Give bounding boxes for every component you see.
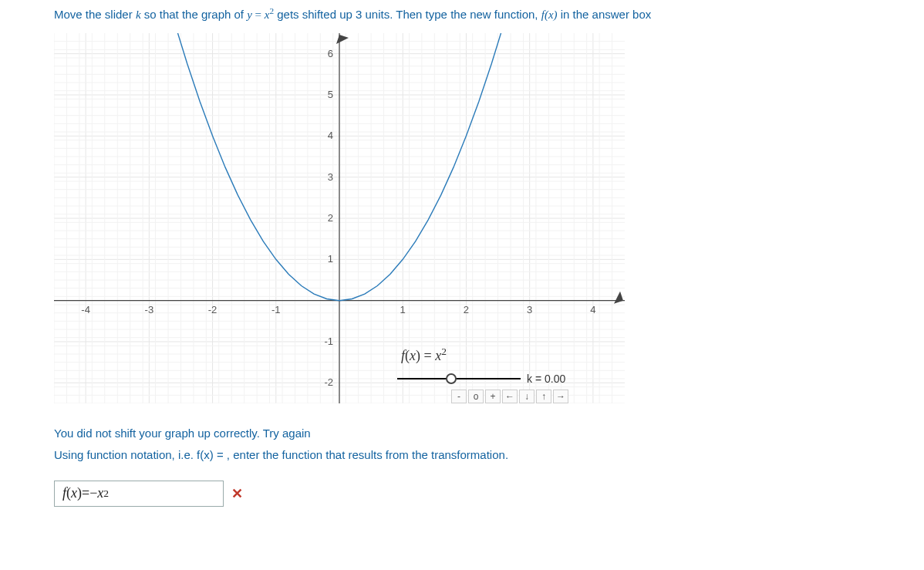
var-y: y bbox=[247, 8, 252, 21]
coordinate-plane[interactable]: -4-3-2-11234-2-1123456 bbox=[54, 33, 625, 403]
svg-text:2: 2 bbox=[328, 212, 333, 224]
right-button[interactable]: → bbox=[553, 390, 568, 403]
svg-text:3: 3 bbox=[527, 303, 532, 315]
fx: f(x) bbox=[541, 8, 558, 21]
answer-row: f(x) = −x2 ✕ bbox=[54, 481, 878, 507]
svg-text:6: 6 bbox=[328, 47, 333, 59]
svg-text:-4: -4 bbox=[81, 303, 90, 315]
k-slider-group: k = 0.00 - o + ← ↓ ↑ → bbox=[397, 373, 598, 403]
left-button[interactable]: ← bbox=[502, 390, 518, 403]
graph-panel[interactable]: -4-3-2-11234-2-1123456 f(x) = x2 k = 0.0… bbox=[54, 33, 625, 403]
svg-text:-3: -3 bbox=[145, 303, 154, 315]
svg-text:4: 4 bbox=[590, 303, 595, 315]
k-slider-value: k = 0.00 bbox=[527, 373, 565, 385]
plus-button[interactable]: + bbox=[485, 390, 501, 403]
svg-text:3: 3 bbox=[328, 170, 333, 182]
svg-text:-1: -1 bbox=[324, 336, 333, 347]
minus-button[interactable]: - bbox=[451, 390, 467, 403]
feedback-line2: Using function notation, i.e. f(x) = , e… bbox=[54, 444, 878, 467]
slider-controls: - o + ← ↓ ↑ → bbox=[451, 390, 598, 403]
svg-text:5: 5 bbox=[328, 89, 333, 100]
t: gets shifted up 3 units. Then type the n… bbox=[274, 8, 541, 21]
svg-text:-2: -2 bbox=[324, 376, 333, 388]
var-k: k bbox=[136, 8, 141, 21]
k-slider-thumb[interactable] bbox=[446, 373, 457, 384]
svg-marker-111 bbox=[336, 35, 349, 44]
t: in the answer box bbox=[558, 8, 652, 21]
svg-text:1: 1 bbox=[328, 253, 333, 265]
svg-text:-1: -1 bbox=[271, 303, 281, 315]
up-button[interactable]: ↑ bbox=[536, 390, 551, 403]
t: Move the slider bbox=[54, 8, 136, 21]
answer-input[interactable]: f(x) = −x2 bbox=[54, 481, 224, 507]
question-prompt: Move the slider k so that the graph of y… bbox=[54, 6, 878, 24]
eq: = bbox=[252, 8, 265, 21]
svg-marker-110 bbox=[614, 291, 623, 303]
svg-text:4: 4 bbox=[328, 130, 333, 141]
k-slider[interactable] bbox=[397, 378, 521, 379]
t: so that the graph of bbox=[141, 8, 248, 21]
down-button[interactable]: ↓ bbox=[519, 390, 535, 403]
feedback-text: You did not shift your graph up correctl… bbox=[54, 423, 878, 467]
svg-text:1: 1 bbox=[400, 303, 406, 315]
incorrect-icon: ✕ bbox=[231, 485, 243, 502]
feedback-line1: You did not shift your graph up correctl… bbox=[54, 423, 878, 445]
curve-label: f(x) = x2 bbox=[401, 348, 447, 364]
svg-text:-2: -2 bbox=[208, 303, 218, 315]
svg-text:2: 2 bbox=[464, 303, 469, 315]
reset-button[interactable]: o bbox=[468, 390, 484, 403]
